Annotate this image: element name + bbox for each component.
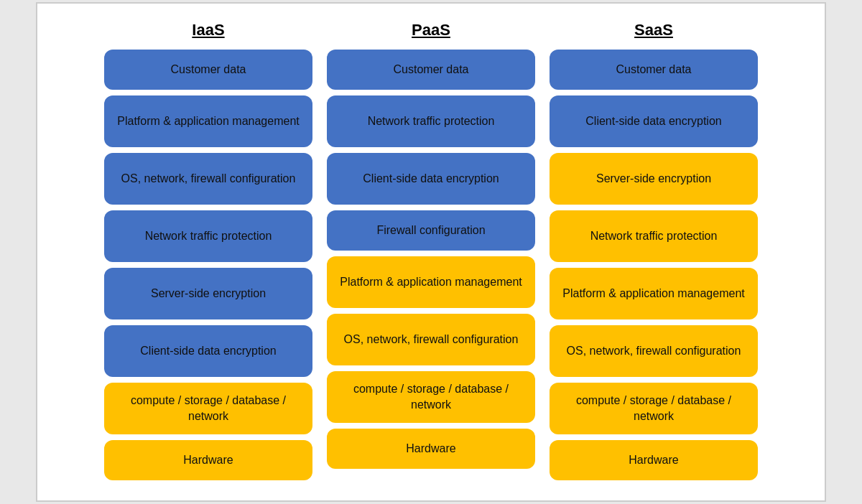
cell-2-1: Client-side data encryption [550,95,758,147]
header-saas: SaaS [634,21,673,39]
cell-1-7: Hardware [327,429,535,469]
cell-1-3: Firewall configuration [327,210,535,251]
cell-0-6: compute / storage / database / network [104,383,312,434]
cell-1-5: OS, network, firewall configuration [327,314,535,365]
header-paas: PaaS [412,21,450,39]
cell-1-1: Network traffic protection [327,95,535,147]
cell-2-4: Platform & application management [550,268,758,319]
cell-0-3: Network traffic protection [104,210,312,262]
column-iaas: IaaSCustomer dataPlatform & application … [104,21,312,486]
diagram: IaaSCustomer dataPlatform & application … [36,2,826,502]
cell-0-7: Hardware [104,440,312,480]
header-iaas: IaaS [192,21,224,39]
cell-2-2: Server-side encryption [550,153,758,205]
cell-2-3: Network traffic protection [550,210,758,262]
cell-0-5: Client-side data encryption [104,325,312,377]
cell-0-1: Platform & application management [104,95,312,147]
cell-1-2: Client-side data encryption [327,153,535,205]
columns-container: IaaSCustomer dataPlatform & application … [52,21,810,486]
cell-0-2: OS, network, firewall configuration [104,153,312,205]
column-saas: SaaSCustomer dataClient-side data encryp… [550,21,758,486]
cell-1-6: compute / storage / database / network [327,371,535,423]
cell-1-4: Platform & application management [327,256,535,308]
cell-0-4: Server-side encryption [104,268,312,319]
cell-1-0: Customer data [327,50,535,90]
cell-2-5: OS, network, firewall configuration [550,325,758,377]
cell-2-6: compute / storage / database / network [550,383,758,434]
cell-0-0: Customer data [104,50,312,90]
cell-2-0: Customer data [550,50,758,90]
cell-2-7: Hardware [550,440,758,480]
column-paas: PaaSCustomer dataNetwork traffic protect… [327,21,535,486]
